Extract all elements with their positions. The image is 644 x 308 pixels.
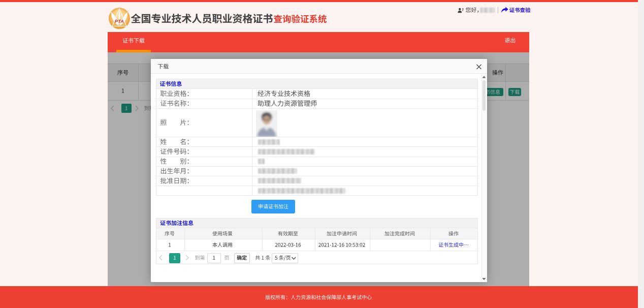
svg-text:PTA: PTA [115,19,124,24]
